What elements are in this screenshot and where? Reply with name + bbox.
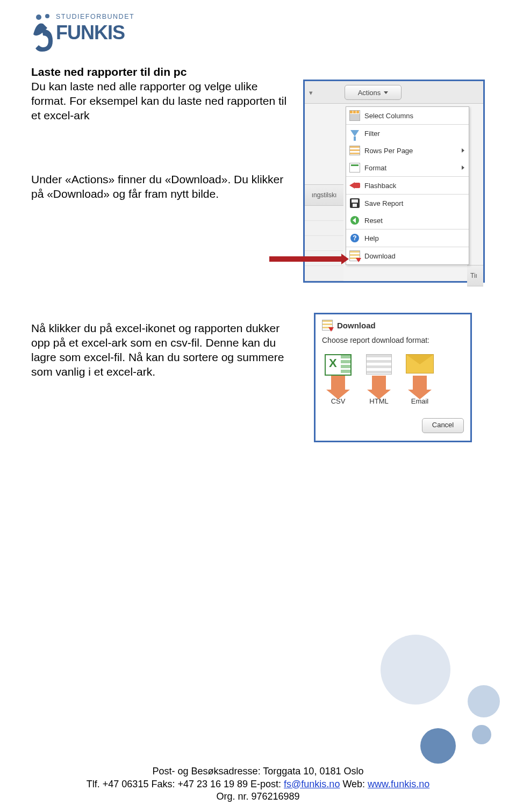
menu-item-filter[interactable]: Filter	[346, 124, 469, 142]
help-icon: ?	[350, 234, 359, 242]
footer-email-link[interactable]: fs@funkis.no	[284, 779, 340, 789]
chevron-right-icon	[462, 166, 464, 170]
download-dialog-screenshot: Download Choose report download format: …	[314, 313, 472, 442]
html-icon	[366, 354, 392, 375]
chevron-right-icon	[462, 148, 464, 153]
footer-address: Post- og Besøksadresse: Torggata 10, 018…	[0, 765, 516, 778]
menu-item-save-report[interactable]: Save Report	[346, 194, 469, 212]
actions-button-label: Actions	[358, 89, 381, 97]
menu-item-reset[interactable]: Reset	[346, 212, 469, 229]
callout-arrow-icon	[269, 256, 342, 262]
menu-label: Reset	[364, 217, 464, 225]
menu-label: Help	[364, 234, 464, 242]
dropdown-arrow-icon: ▾	[305, 89, 317, 97]
download-format-email[interactable]: Email	[404, 354, 436, 405]
decorative-circles	[371, 635, 500, 764]
excel-icon	[325, 354, 352, 376]
download-icon	[322, 320, 333, 330]
chevron-down-icon	[384, 91, 388, 94]
menu-label: Flashback	[364, 182, 464, 190]
menu-item-download[interactable]: Download	[346, 247, 469, 264]
download-arrow-icon	[372, 376, 386, 390]
footer-web-link[interactable]: www.funkis.no	[368, 779, 429, 789]
actions-dropdown-menu: Select Columns Filter Rows Per Page Form…	[346, 106, 469, 265]
actions-button[interactable]: Actions	[345, 85, 402, 100]
svg-point-1	[45, 14, 49, 18]
column-header-right: Tiı	[467, 265, 483, 286]
column-header-left: ıngstilskı	[305, 184, 343, 206]
menu-item-format[interactable]: Format	[346, 159, 469, 176]
email-icon	[406, 354, 434, 373]
menu-label: Download	[364, 252, 464, 260]
menu-label: Rows Per Page	[364, 147, 457, 155]
save-icon	[350, 198, 360, 208]
intro-paragraph-3: Nå klikker du på excel-ikonet og rapport…	[31, 321, 300, 379]
logo-tagline: STUDIEFORBUNDET	[56, 13, 134, 20]
intro-paragraph-2: Under «Actions» finner du «Download». Du…	[31, 173, 289, 202]
menu-label: Save Report	[364, 199, 464, 207]
download-dialog-subtitle: Choose report download format:	[322, 336, 464, 344]
menu-item-rows-per-page[interactable]: Rows Per Page	[346, 142, 469, 159]
footer-contact-line: Tlf. +47 06315 Faks: +47 23 16 19 89 E-p…	[0, 778, 516, 791]
menu-item-flashback[interactable]: Flashback	[346, 176, 469, 194]
logo: STUDIEFORBUNDET FUNKIS	[31, 10, 150, 53]
menu-item-select-columns[interactable]: Select Columns	[346, 107, 469, 124]
page-heading: Laste ned rapporter til din pc	[31, 66, 485, 78]
download-format-csv[interactable]: CSV	[322, 354, 354, 405]
cancel-button[interactable]: Cancel	[422, 418, 464, 433]
menu-item-help[interactable]: ? Help	[346, 229, 469, 247]
logo-name: FUNKIS	[56, 21, 125, 44]
filter-icon	[350, 130, 359, 136]
flashback-icon	[349, 182, 360, 189]
download-format-html[interactable]: HTML	[363, 354, 395, 405]
page-footer: Post- og Besøksadresse: Torggata 10, 018…	[0, 765, 516, 803]
download-arrow-icon	[331, 376, 345, 390]
download-dialog-title-row: Download	[322, 320, 464, 330]
format-icon	[349, 163, 360, 173]
logo-figure-icon	[31, 13, 54, 53]
footer-orgnr: Org. nr. 976216989	[0, 791, 516, 803]
columns-icon	[349, 110, 360, 121]
download-dialog-title: Download	[337, 321, 376, 330]
actions-dropdown-screenshot: ▾ Actions ıngstilskı	[303, 80, 485, 283]
reset-icon	[350, 216, 359, 225]
menu-label: Select Columns	[364, 112, 464, 120]
rows-icon	[349, 146, 360, 155]
download-icon	[349, 250, 360, 261]
menu-label: Format	[364, 164, 457, 172]
menu-label: Filter	[364, 130, 464, 138]
download-arrow-icon	[413, 376, 427, 390]
svg-point-0	[36, 15, 41, 20]
intro-paragraph-1: Du kan laste ned alle rapporter og velge…	[31, 80, 289, 123]
